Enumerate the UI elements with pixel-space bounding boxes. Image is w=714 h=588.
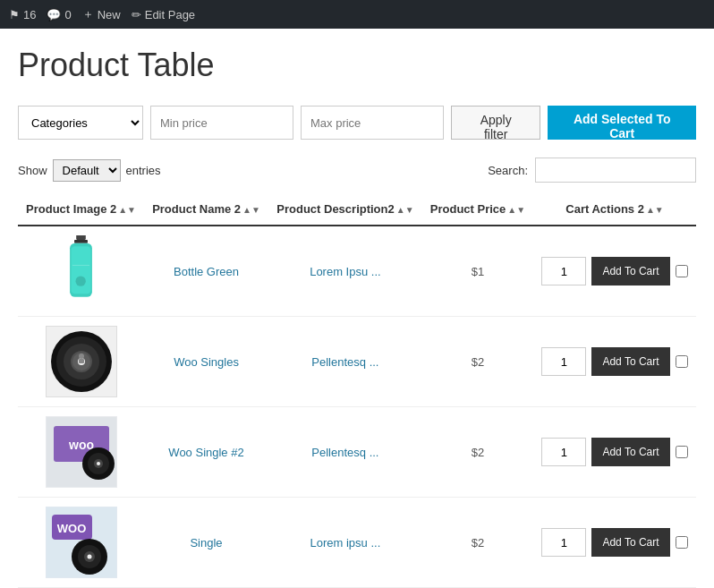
product-image-cell — [18, 226, 144, 317]
svg-text:woo: woo — [68, 438, 94, 452]
product-desc-cell: Pellentesq ... — [268, 407, 422, 498]
entries-select[interactable]: Default 10 25 50 100 — [53, 159, 121, 182]
col-image: Product Image 2▲▼ — [18, 193, 144, 226]
plus-icon: ＋ — [82, 6, 94, 22]
add-to-cart-button[interactable]: Add To Cart — [591, 347, 669, 376]
svg-rect-3 — [72, 246, 91, 294]
min-price-input[interactable] — [150, 106, 293, 140]
product-price-cell: $1 — [422, 226, 533, 317]
add-to-cart-button[interactable]: Add To Cart — [591, 257, 669, 285]
qty-input[interactable] — [541, 438, 586, 466]
sort-icon-desc: ▲▼ — [396, 205, 414, 215]
add-to-cart-button[interactable]: Add To Cart — [591, 528, 669, 557]
cart-actions-cell: Add To Cart — [533, 317, 696, 407]
product-name-cell: Woo Single #2 — [144, 407, 268, 498]
cart-actions-cell: Add To Cart — [533, 498, 696, 588]
admin-bar: ⚑ 16 💬 0 ＋ New ✏ Edit Page — [0, 0, 714, 29]
row-checkbox[interactable] — [676, 536, 688, 549]
cart-actions-cell: Add To Cart — [533, 226, 696, 317]
qty-input[interactable] — [541, 528, 586, 557]
product-desc-cell: Lorem ipsu ... — [268, 498, 422, 588]
category-select[interactable]: Categories Electronics Clothing Food — [18, 106, 143, 140]
svg-rect-0 — [76, 235, 86, 240]
comment-icon: 💬 — [47, 8, 61, 21]
admin-new-button[interactable]: ＋ New — [82, 6, 121, 22]
woo-single-image: WOO — [46, 507, 117, 578]
product-desc-link[interactable]: Lorem Ipsu ... — [310, 265, 380, 278]
disc-image — [46, 326, 117, 397]
table-row: woo Woo Single #2 Pellentesq ... — [18, 407, 696, 498]
row-checkbox[interactable] — [676, 355, 688, 368]
col-actions: Cart Actions 2▲▼ — [533, 193, 696, 226]
admin-edit-page-button[interactable]: ✏ Edit Page — [132, 8, 195, 21]
cart-actions-cell: Add To Cart — [533, 407, 696, 498]
table-controls: Show Default 10 25 50 100 entries Search… — [18, 158, 696, 183]
svg-point-20 — [97, 462, 100, 465]
col-name: Product Name 2▲▼ — [144, 193, 268, 226]
product-price-cell: $2 — [422, 407, 533, 498]
cart-actions: Add To Cart — [540, 347, 689, 376]
product-name-cell: Single — [144, 498, 268, 588]
pencil-icon: ✏ — [132, 8, 141, 21]
product-table: Product Image 2▲▼ Product Name 2▲▼ Produ… — [18, 193, 696, 588]
product-desc-cell: Lorem Ipsu ... — [268, 226, 422, 317]
cart-actions: Add To Cart — [540, 257, 689, 285]
svg-rect-1 — [74, 240, 88, 243]
product-image-cell — [18, 317, 144, 407]
add-selected-to-cart-button[interactable]: Add Selected To Cart — [548, 106, 696, 140]
product-name-link[interactable]: Woo Single #2 — [168, 446, 243, 459]
search-label: Search: — [488, 164, 528, 177]
product-name-cell: Woo Singles — [144, 317, 268, 407]
admin-notification-count[interactable]: ⚑ 16 — [9, 8, 36, 21]
svg-rect-13 — [79, 359, 84, 363]
product-name-cell: Bottle Green — [144, 226, 268, 317]
cart-actions: Add To Cart — [540, 438, 689, 466]
entries-label: entries — [126, 164, 161, 177]
page-title: Product Table — [18, 47, 696, 84]
add-to-cart-button[interactable]: Add To Cart — [591, 438, 669, 466]
search-bar: Search: — [488, 158, 696, 183]
row-checkbox[interactable] — [676, 446, 688, 458]
product-price-cell: $2 — [422, 498, 533, 588]
show-label: Show — [18, 164, 47, 177]
sort-icon-actions: ▲▼ — [646, 205, 664, 215]
product-image-cell: WOO — [18, 498, 144, 588]
table-header-row: Product Image 2▲▼ Product Name 2▲▼ Produ… — [18, 193, 696, 226]
svg-point-5 — [76, 276, 86, 285]
product-name-link[interactable]: Woo Singles — [174, 355, 239, 369]
sort-icon-price: ▲▼ — [507, 205, 525, 215]
woo-box-image: woo — [46, 416, 117, 488]
admin-comment-count[interactable]: 💬 0 — [47, 8, 71, 21]
product-desc-link[interactable]: Pellentesq ... — [311, 355, 378, 369]
bottle-image — [46, 235, 117, 307]
search-input[interactable] — [535, 158, 696, 183]
max-price-input[interactable] — [301, 106, 444, 140]
product-desc-cell: Pellentesq ... — [268, 317, 422, 407]
qty-input[interactable] — [541, 347, 586, 376]
qty-input[interactable] — [541, 257, 586, 285]
cart-actions: Add To Cart — [540, 528, 689, 557]
product-name-link[interactable]: Single — [190, 536, 222, 550]
table-row: Woo Singles Pellentesq ... $2 Add To Car… — [18, 317, 696, 407]
product-desc-link[interactable]: Lorem ipsu ... — [310, 536, 381, 550]
col-price: Product Price▲▼ — [422, 193, 533, 226]
notification-icon: ⚑ — [9, 8, 20, 21]
product-image-cell: woo — [18, 407, 144, 498]
svg-point-27 — [87, 555, 91, 559]
sort-icon-image: ▲▼ — [118, 205, 136, 215]
show-entries-control: Show Default 10 25 50 100 entries — [18, 159, 161, 182]
product-desc-link[interactable]: Pellentesq ... — [311, 446, 378, 459]
table-row: Bottle Green Lorem Ipsu ... $1 Add To Ca… — [18, 226, 696, 317]
apply-filter-button[interactable]: Apply filter — [451, 106, 540, 140]
row-checkbox[interactable] — [676, 265, 688, 277]
table-row: WOO Single Lorem ipsu ... $2 — [18, 498, 696, 588]
sort-icon-name: ▲▼ — [242, 205, 260, 215]
product-price-cell: $2 — [422, 317, 533, 407]
product-name-link[interactable]: Bottle Green — [174, 265, 239, 278]
svg-text:WOO: WOO — [56, 522, 86, 535]
col-description: Product Description2▲▼ — [268, 193, 422, 226]
filter-bar: Categories Electronics Clothing Food App… — [18, 106, 696, 140]
svg-point-12 — [79, 354, 84, 359]
page-content: Product Table Categories Electronics Clo… — [0, 29, 714, 588]
